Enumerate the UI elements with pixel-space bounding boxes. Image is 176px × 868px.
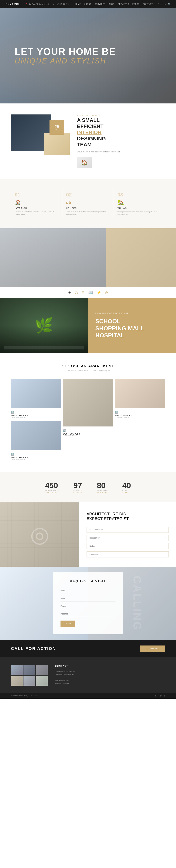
apt-icon-2: 🏢 [63,429,67,432]
nav-services[interactable]: SERVICES [95,3,105,5]
apt-label-3: 🏢 WEST COMPLEX Lorem ipsum dolor sit [115,408,165,419]
years-number: 25 [55,124,60,129]
footer-inner: CONTACT Lorem ipsum dolor sit amet conse… [0,657,176,693]
gallery-icon-4[interactable]: 📖 [89,290,93,295]
footer-contact: CONTACT Lorem ipsum dolor sit amet conse… [55,665,75,686]
footer-fb-icon[interactable]: f [155,695,156,697]
stat-num-2: 97 [73,481,82,490]
apt-image-4 [11,421,61,450]
featured-section: 🌿 FEATURED ARCHITECTURE SCHOOL SHOPPING … [0,298,176,353]
nav-contact[interactable]: CONTACT [143,3,153,5]
footer-tw-icon[interactable]: t [158,695,158,697]
gallery-icon-5[interactable]: ⚡ [97,290,101,295]
find-architecture-select[interactable]: Find Architecture [86,527,169,533]
footer-img-6 [36,676,48,686]
about-highlight: INTERIOR [77,129,102,135]
services-section: 01 🏠 INTERIOR Lorem ipsum dolor sit amet… [0,179,176,228]
gallery-icon-2[interactable]: ⬡ [75,290,78,295]
request-name-input[interactable] [61,588,115,594]
apt-desc-3: Lorem ipsum dolor sit [115,416,165,418]
stat-num-3: 80 [97,481,108,490]
footer-contact-title: CONTACT [55,665,75,667]
footer-contact-info: Lorem ipsum dolor sit amet consectetur a… [55,670,75,685]
stat-unit-4: HAPPY [122,490,131,492]
stat-label-1: COMPLETED [45,492,59,493]
nav-links: HOME ABOUT SERVICES BLOG PROJECTS PRESS … [75,3,153,5]
about-image-block: 25 Years of Experience [11,115,70,151]
about-icon: 🏠 [77,157,92,168]
request-phone-input[interactable] [61,603,115,609]
nav-home[interactable]: HOME [75,3,81,5]
request-email-input[interactable] [61,596,115,601]
apt-item-4[interactable]: 🏢 WEST COMPLEX Lorem ipsum dolor sit [11,421,61,461]
service-villas: 03 🏡 VILLAS Lorem ipsum dolor sit amet c… [114,188,165,219]
nav-press[interactable]: PRESS [132,3,140,5]
twitter-icon[interactable]: t [160,3,161,5]
gallery-icon-bar: ✦ ⬡ ⊞ 📖 ⚡ ⊙ [0,287,176,298]
apt-desc-1: Lorem ipsum dolor sit [11,416,61,418]
phone: +1 (123) 456-7890 [56,3,69,5]
apt-icon-4: 🏢 [11,452,15,456]
footer-bottom: © 2024 ENVARCH. All Rights Reserved. f t… [0,693,176,699]
strategist-image [0,502,79,567]
request-message-input[interactable] [61,611,115,617]
featured-item-3: HOSPITAL [95,332,125,339]
stat-unit-2: HAPPY [73,490,82,492]
gallery-icon-1[interactable]: ✦ [68,290,71,295]
footer-img-4 [11,676,23,686]
stat-staff: 40 HAPPY STAFF [122,481,131,493]
spiral-decoration [0,502,79,567]
apt-item-1[interactable]: 🏢 WEST COMPLEX Lorem ipsum dolor sit [11,379,61,419]
facebook-icon[interactable]: f [158,3,159,5]
stat-clients: 97 HAPPY CLIENTS [73,481,82,493]
nav-projects[interactable]: PROJECTS [118,3,129,5]
address: 1st Floor, 75 Shearn Street [29,3,49,5]
footer-gp-icon[interactable]: g+ [160,695,162,697]
about-subtitle: ABOUT OUR STUDIO [77,115,165,116]
footer-img-1 [11,665,23,675]
service-desc-2: Lorem ipsum dolor sit amet consectetur a… [66,211,110,216]
gallery-icon-3[interactable]: ⊞ [81,290,85,295]
nav-about[interactable]: ABOUT [84,3,91,5]
footer: CONTACT Lorem ipsum dolor sit amet conse… [0,657,176,699]
years-label: Years of Experience [51,129,63,131]
request-send-button[interactable]: Send [61,621,75,627]
hero-section: LET YOUR HOME BE UNIQUE AND STYLISH [0,8,176,103]
service-num-3: 03 [117,192,161,198]
preferences-select[interactable]: Preferences [86,551,169,557]
footer-img-2 [24,665,35,675]
nav-right: f t g p 🔍 [158,3,171,5]
stat-num-1: 450 [45,481,59,490]
gallery-section: ✦ ⬡ ⊞ 📖 ⚡ ⊙ [0,228,176,298]
requirement-select[interactable]: Requirement [86,535,169,541]
apt-item-3[interactable]: 🏢 WEST COMPLEX Lorem ipsum dolor sit [115,379,165,419]
footer-gallery [11,665,48,686]
strategist-section: ARCHITECTURE DIDEXPECT STRATEGIST Find A… [0,502,176,567]
requirement-label: Requirement [90,537,100,539]
budget-select[interactable]: Budget [86,543,169,549]
apt-image-3 [115,379,165,408]
about-section: 25 Years of Experience ABOUT OUR STUDIO … [0,103,176,179]
stat-label-4: STAFF [122,492,131,493]
apt-image-1 [11,379,61,408]
apt-image-2 [63,379,113,427]
nav-blog[interactable]: BLOG [109,3,114,5]
pinterest-icon[interactable]: p [165,3,166,5]
apt-title-1: WEST COMPLEX [11,414,61,416]
stat-unit-3: COMPLETED [97,490,108,492]
find-architecture-label: Find Architecture [90,529,103,531]
villas-icon: 🏡 [117,199,161,205]
footer-img-3 [36,665,48,675]
stat-num-4: 40 [122,481,131,490]
stat-label-2: CLIENTS [73,492,82,493]
cta-button[interactable]: FURNITURE [140,646,165,652]
gallery-icon-6[interactable]: ⊙ [105,290,108,295]
apartments-grid: 🏢 WEST COMPLEX Lorem ipsum dolor sit 🏢 W… [11,379,165,461]
apt-label-4: 🏢 WEST COMPLEX Lorem ipsum dolor sit [11,450,61,461]
apt-item-2[interactable]: 🏢 WEST COMPLEX Lorem ipsum dolor sit [63,379,113,461]
footer-pin-icon[interactable]: p [164,695,165,697]
google-icon[interactable]: g [162,3,163,5]
preferences-label: Preferences [90,553,99,555]
search-icon[interactable]: 🔍 [168,3,171,5]
houses-icon: 🏘 [66,199,110,205]
